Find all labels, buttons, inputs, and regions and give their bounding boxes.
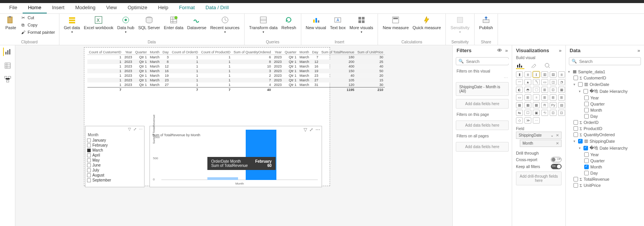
viz-type-icon[interactable]: ▦	[524, 102, 531, 108]
viz-type-icon[interactable]: ☐	[524, 110, 531, 116]
matrix-cell[interactable]: 2	[232, 73, 273, 78]
matrix-cell[interactable]: 23	[310, 73, 320, 78]
remove-field-icon[interactable]: ✕	[556, 141, 559, 145]
filter-drop-all[interactable]: Add data fields here	[456, 142, 509, 152]
field-shippingdate-month[interactable]: Month	[568, 164, 642, 170]
matrix-cell[interactable]: 120	[320, 82, 356, 87]
viz-type-icon[interactable]: ⊞	[558, 94, 565, 101]
matrix-cell[interactable]: 1	[200, 55, 232, 60]
viz-type-icon[interactable]: 〽	[533, 79, 540, 85]
matrix-cell[interactable]: 7	[310, 55, 320, 60]
viz-type-icon[interactable]: ▣	[533, 110, 540, 116]
matrix-cell[interactable]: 27	[310, 78, 320, 82]
viz-type-icon[interactable]: ⊞	[541, 87, 548, 93]
report-view-icon[interactable]	[3, 48, 12, 56]
tab-data-drill[interactable]: Data / Drill	[200, 2, 234, 13]
matrix-cell[interactable]: 1	[87, 78, 123, 82]
matrix-cell[interactable]: 30	[356, 82, 385, 87]
matrix-cell[interactable]: 27	[161, 82, 170, 87]
matrix-cell[interactable]: 1	[200, 73, 232, 78]
matrix-cell[interactable]: March	[148, 59, 161, 64]
new-visual-button[interactable]: New visual	[304, 15, 328, 31]
matrix-cell[interactable]: 7	[232, 78, 273, 82]
analytics-tab[interactable]	[544, 62, 552, 69]
matrix-cell[interactable]: 1	[87, 73, 123, 78]
report-page[interactable]: Count of CustomerIDYearQuarterMonthDayCo…	[84, 48, 330, 186]
matrix-cell[interactable]: 2023	[273, 55, 283, 60]
matrix-cell[interactable]: 180	[320, 55, 356, 60]
slicer-visual[interactable]: ▽ ⤢ ⋯ Month JanuaryFebruaryMarchAprilMay…	[85, 126, 145, 187]
matrix-cell[interactable]: 1	[200, 78, 232, 82]
report-canvas[interactable]: Count of CustomerIDYearQuarterMonthDayCo…	[15, 45, 452, 226]
filter-drop-visual[interactable]: Add data fields here	[456, 99, 509, 109]
refresh-button[interactable]: Refresh	[280, 15, 298, 31]
field-shippingdate-quarter[interactable]: Quarter	[568, 158, 642, 164]
viz-type-icon[interactable]: ⊡	[550, 110, 557, 116]
matrix-cell[interactable]: March	[148, 82, 161, 87]
collapse-icon[interactable]: »	[505, 48, 508, 53]
focus-icon[interactable]: ⤢	[133, 127, 136, 131]
slicer-option[interactable]: May	[87, 158, 143, 163]
slicer-option[interactable]: April	[87, 153, 143, 158]
matrix-cell[interactable]: 2023	[273, 82, 283, 87]
model-view-icon[interactable]	[3, 75, 12, 84]
matrix-visual[interactable]: Count of CustomerIDYearQuarterMonthDayCo…	[87, 50, 327, 92]
matrix-cell[interactable]: 8	[161, 59, 170, 64]
tab-optimize[interactable]: Optimize	[122, 2, 153, 13]
viz-type-icon[interactable]: ⫼	[524, 71, 531, 78]
data-hub-button[interactable]: Data hub▾	[116, 15, 136, 35]
matrix-cell[interactable]: 1	[170, 73, 200, 78]
field-shippingdate-day[interactable]: Day	[568, 170, 642, 176]
format-visual-tab[interactable]	[530, 62, 538, 69]
matrix-cell[interactable]: Qtr 1	[134, 69, 149, 73]
keep-filters-toggle[interactable]: On	[551, 164, 562, 169]
matrix-cell[interactable]: March	[298, 78, 310, 82]
viz-type-icon[interactable]: ◓	[524, 87, 531, 93]
field-orderdate-quarter[interactable]: Quarter	[568, 101, 642, 107]
matrix-cell[interactable]: Qtr 1	[283, 59, 298, 64]
tab-file[interactable]: File	[4, 2, 23, 13]
slicer-option[interactable]: January	[87, 138, 143, 143]
filter-card-shippingdate[interactable]: ShippingDate - Month is (All)	[456, 82, 509, 96]
chevron-down-icon[interactable]: ⌄	[550, 133, 554, 137]
matrix-cell[interactable]: March	[298, 64, 310, 69]
chart-bar[interactable]	[246, 130, 276, 180]
matrix-cell[interactable]: 15	[356, 78, 385, 82]
remove-field-icon[interactable]: ✕	[556, 133, 559, 137]
matrix-cell[interactable]: 2023	[273, 73, 283, 78]
slicer-option[interactable]: June	[87, 163, 143, 168]
matrix-cell[interactable]: Qtr 1	[283, 55, 298, 60]
viz-type-icon[interactable]: ▭	[541, 79, 548, 85]
tab-format[interactable]: Format	[174, 2, 200, 13]
matrix-header[interactable]: Quarter	[283, 50, 298, 55]
matrix-cell[interactable]: 2023	[123, 69, 134, 73]
matrix-cell[interactable]: 2023	[273, 78, 283, 82]
matrix-cell[interactable]: 2023	[123, 64, 134, 69]
matrix-cell[interactable]: 1	[200, 69, 232, 73]
matrix-cell[interactable]: 1	[170, 78, 200, 82]
tab-help[interactable]: Help	[153, 2, 174, 13]
drill-drop[interactable]: Add drill-through fields here	[516, 172, 562, 185]
publish-button[interactable]: Publish	[478, 15, 495, 31]
new-measure-button[interactable]: New measure	[381, 15, 410, 31]
matrix-cell[interactable]: 400	[320, 64, 356, 69]
matrix-cell[interactable]: 105	[320, 78, 356, 82]
viz-type-icon[interactable]: ⊞	[550, 94, 557, 101]
viz-type-icon[interactable]: ⊞	[541, 94, 548, 101]
text-box-button[interactable]: AText box	[329, 15, 347, 31]
matrix-cell[interactable]: Qtr 1	[134, 64, 149, 69]
chart-bar[interactable]	[207, 177, 238, 180]
matrix-header[interactable]: Day	[161, 50, 170, 55]
matrix-cell[interactable]: 1	[170, 82, 200, 87]
viz-type-icon[interactable]: ⇆	[516, 110, 523, 116]
matrix-cell[interactable]: 10	[232, 64, 273, 69]
viz-type-icon[interactable]: ▥	[541, 71, 548, 78]
matrix-header[interactable]: Count of CustomerID	[87, 50, 123, 55]
matrix-cell[interactable]: Qtr 1	[134, 78, 149, 82]
matrix-cell[interactable]: 1	[170, 64, 200, 69]
matrix-cell[interactable]: 16	[310, 64, 320, 69]
matrix-cell[interactable]: March	[148, 64, 161, 69]
data-search-input[interactable]	[579, 59, 638, 64]
viz-type-icon[interactable]: Py	[550, 102, 557, 108]
matrix-cell[interactable]: 1	[200, 64, 232, 69]
